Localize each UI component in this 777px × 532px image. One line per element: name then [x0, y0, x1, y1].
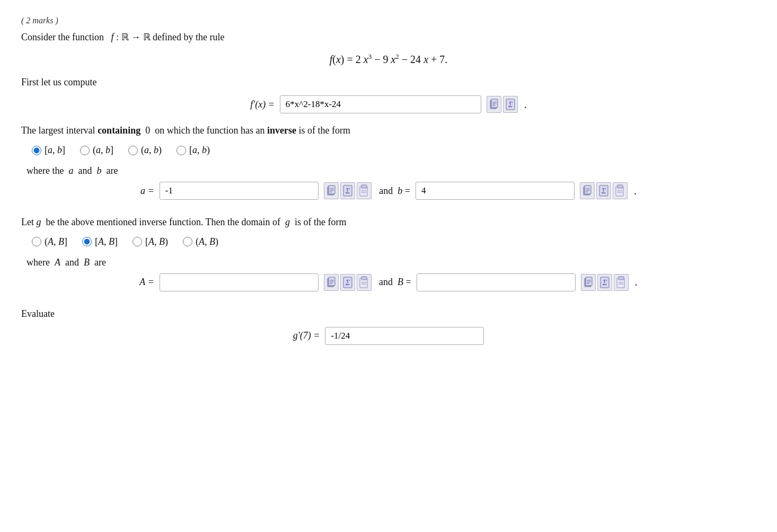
A-icons: Σ: [324, 274, 372, 291]
svg-rect-19: [585, 185, 591, 194]
first-compute-text: First let us compute: [21, 75, 756, 90]
AB-input-row: A = Σ and B =: [21, 273, 756, 291]
domain-radio-3[interactable]: [183, 237, 192, 246]
copy-icon-a1[interactable]: [324, 182, 339, 199]
svg-rect-41: [586, 277, 592, 286]
paste-icon-A[interactable]: [357, 274, 372, 291]
svg-rect-1: [491, 99, 498, 108]
svg-text:Σ: Σ: [345, 279, 350, 287]
b-icons: Σ: [580, 182, 628, 199]
b-period: .: [634, 185, 637, 197]
domain-label-2: [A, B): [145, 236, 168, 247]
interval-radio-1[interactable]: [80, 146, 90, 155]
sigma-icon-a[interactable]: Σ: [340, 182, 355, 199]
derivative-period: .: [524, 99, 527, 111]
A-label: A =: [139, 277, 154, 288]
domain-label-0: (A, B]: [45, 236, 67, 247]
interval-radio-3[interactable]: [176, 146, 186, 155]
domain-option-3[interactable]: (A, B): [183, 236, 218, 247]
gprime-input[interactable]: [325, 327, 484, 345]
domain-radio-2[interactable]: [133, 237, 142, 246]
domain-radio-group: (A, B] [A, B] [A, B) (A, B): [32, 236, 756, 247]
domain-option-0[interactable]: (A, B]: [32, 236, 67, 247]
svg-rect-8: [329, 185, 335, 194]
copy-icon-1[interactable]: [487, 96, 501, 113]
intro-text: Consider the function: [21, 32, 104, 42]
and-B-label: and B =: [377, 277, 411, 288]
domain-radio-0[interactable]: [32, 237, 41, 246]
svg-text:Σ: Σ: [601, 187, 606, 195]
paste-icon-b[interactable]: [613, 182, 628, 199]
interval-label-0: [a, b]: [45, 145, 65, 156]
ab-input-row: a = Σ and b =: [21, 182, 756, 200]
function-notation: f: [111, 32, 113, 42]
B-input[interactable]: [417, 273, 576, 291]
derivative-row: f′(x) = Σ .: [21, 95, 756, 113]
paste-icon-B[interactable]: [614, 274, 629, 291]
and-b-label: and b =: [377, 185, 410, 197]
derivative-icons: Σ: [487, 96, 518, 113]
copy-icon-B1[interactable]: [581, 274, 596, 291]
function-equation: f(x) = 2 x3 − 9 x2 − 24 x + 7.: [21, 52, 756, 66]
interval-option-3[interactable]: [a, b): [176, 145, 210, 156]
svg-rect-15: [361, 185, 367, 188]
A-input[interactable]: [160, 273, 319, 291]
b-input[interactable]: [416, 182, 575, 200]
interval-label-2: (a, b): [141, 145, 162, 156]
domain-option-2[interactable]: [A, B): [133, 236, 168, 247]
domain-label-1: [A, B]: [95, 236, 118, 247]
copy-icon-b1[interactable]: [580, 182, 595, 199]
svg-text:Σ: Σ: [508, 101, 513, 109]
svg-rect-37: [361, 277, 367, 280]
where-AB-text: where A and B are: [27, 257, 756, 268]
B-icons: Σ: [581, 274, 629, 291]
paste-icon-a[interactable]: [357, 182, 372, 199]
gprime-row: g′(7) =: [21, 327, 756, 345]
intro-line: Consider the function f : ℝ → ℝ defined …: [21, 30, 756, 45]
interval-option-2[interactable]: (a, b): [128, 145, 162, 156]
svg-rect-30: [329, 277, 335, 286]
derivative-label: f′(x) =: [250, 99, 275, 110]
gprime-label: g′(7) =: [293, 330, 320, 341]
interval-radio-2[interactable]: [128, 146, 138, 155]
a-input[interactable]: [160, 182, 319, 200]
a-icons: Σ: [324, 182, 372, 199]
marks-label: ( 2 marks ): [21, 16, 756, 25]
B-period: .: [635, 276, 638, 288]
copy-icon-A1[interactable]: [324, 274, 339, 291]
derivative-input[interactable]: [280, 95, 481, 113]
interval-label-1: (a, b]: [93, 145, 113, 156]
svg-rect-48: [619, 277, 624, 280]
svg-text:Σ: Σ: [602, 279, 607, 287]
interval-radio-group: [a, b] (a, b] (a, b) [a, b): [32, 145, 756, 156]
sigma-icon-B[interactable]: Σ: [597, 274, 612, 291]
interval-option-0[interactable]: [a, b]: [32, 145, 65, 156]
svg-text:Σ: Σ: [345, 187, 350, 195]
domain-label-3: (A, B): [196, 236, 218, 247]
largest-interval-text: The largest interval containing 0 on whi…: [21, 123, 756, 138]
evaluate-label: Evaluate: [21, 306, 756, 322]
interval-radio-0[interactable]: [32, 146, 41, 155]
sigma-icon-A[interactable]: Σ: [340, 274, 355, 291]
sigma-icon-b[interactable]: Σ: [596, 182, 611, 199]
domain-radio-1[interactable]: [82, 237, 92, 246]
a-label: a =: [140, 185, 154, 197]
sigma-icon-1[interactable]: Σ: [503, 96, 518, 113]
svg-rect-26: [617, 185, 623, 188]
domain-option-1[interactable]: [A, B]: [82, 236, 118, 247]
where-ab-text: where the a and b are: [27, 165, 756, 176]
function-def-text: defined by the rule: [153, 32, 224, 42]
interval-option-1[interactable]: (a, b]: [80, 145, 113, 156]
interval-label-3: [a, b): [189, 145, 210, 156]
let-g-text: Let g be the above mentioned inverse fun…: [21, 215, 756, 230]
